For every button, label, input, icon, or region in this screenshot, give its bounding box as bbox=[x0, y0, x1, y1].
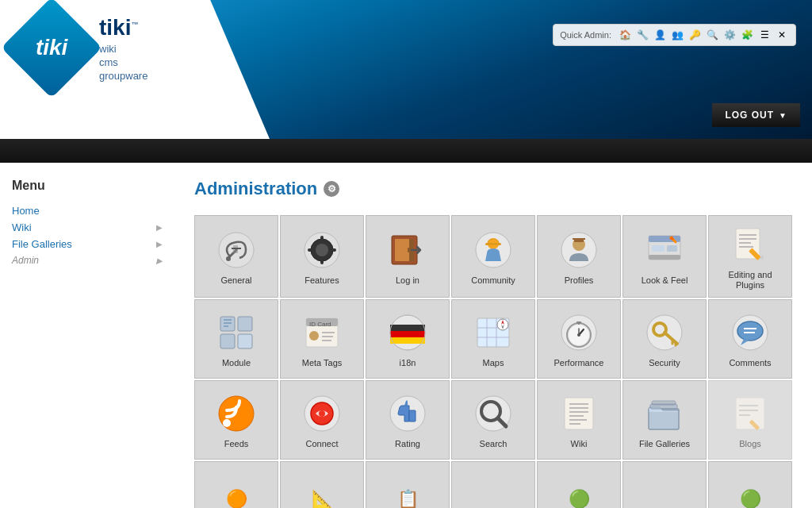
content-area: Administration ⚙ General bbox=[174, 163, 812, 508]
header: tiki tiki™ wiki cms groupware Quick Admi… bbox=[0, 0, 812, 139]
tile-features[interactable]: Features bbox=[280, 215, 364, 298]
tile-search[interactable]: Search bbox=[451, 380, 535, 460]
tile-login-icon bbox=[387, 229, 428, 271]
quick-icon-key[interactable]: 🔑 bbox=[688, 28, 702, 42]
svg-rect-24 bbox=[652, 245, 665, 252]
tagline: wiki cms groupware bbox=[99, 43, 147, 83]
tile-partial-1[interactable]: 🟠 bbox=[194, 461, 278, 508]
svg-rect-6 bbox=[320, 236, 324, 241]
svg-point-69 bbox=[577, 333, 580, 337]
tagline1: wiki bbox=[99, 43, 147, 56]
svg-rect-90 bbox=[565, 398, 593, 429]
brand-label: tiki bbox=[99, 15, 131, 40]
svg-rect-8 bbox=[308, 248, 312, 252]
tile-performance-icon bbox=[558, 312, 599, 353]
tile-connect-label: Connect bbox=[306, 439, 339, 449]
tile-partial-4[interactable] bbox=[451, 461, 535, 508]
tile-feeds-label: Feeds bbox=[224, 439, 249, 449]
svg-rect-7 bbox=[320, 260, 324, 264]
svg-point-76 bbox=[737, 321, 763, 341]
tile-meta-tags[interactable]: ID Card Meta Tags bbox=[280, 299, 364, 379]
tile-search-label: Search bbox=[480, 439, 508, 449]
tile-comments[interactable]: Comments bbox=[708, 299, 792, 379]
svg-rect-66 bbox=[576, 321, 581, 324]
tile-editing-plugins-label: Editing and Plugins bbox=[713, 270, 787, 291]
tile-general-label: General bbox=[220, 275, 251, 286]
svg-rect-25 bbox=[667, 245, 677, 252]
tile-profiles[interactable]: Profiles bbox=[537, 215, 621, 298]
tile-partial-3[interactable]: 📋 bbox=[366, 461, 450, 508]
tile-module-label: Module bbox=[222, 358, 251, 368]
logout-button[interactable]: LOG OUT ▼ bbox=[712, 103, 800, 127]
tile-profiles-label: Profiles bbox=[565, 275, 594, 286]
quick-icon-user[interactable]: 👤 bbox=[653, 28, 667, 42]
quick-icon-close[interactable]: ✕ bbox=[775, 28, 789, 42]
tile-meta-tags-label: Meta Tags bbox=[302, 358, 343, 368]
svg-rect-23 bbox=[649, 255, 680, 260]
tile-blogs[interactable]: Blogs bbox=[708, 380, 792, 460]
tile-feeds[interactable]: Feeds bbox=[194, 380, 278, 460]
quick-icon-gear[interactable]: ⚙️ bbox=[722, 28, 737, 42]
tile-community[interactable]: Community bbox=[451, 215, 535, 298]
tile-maps[interactable]: Maps bbox=[451, 299, 535, 379]
svg-point-81 bbox=[223, 419, 231, 427]
tile-partial-6[interactable] bbox=[622, 461, 707, 508]
quick-icon-search[interactable]: 🔍 bbox=[705, 28, 719, 42]
sidebar-item-admin-row[interactable]: Admin ▶ bbox=[12, 252, 163, 268]
sidebar-title: Menu bbox=[12, 179, 163, 193]
tile-performance[interactable]: Performance bbox=[537, 299, 621, 379]
tile-wiki-icon bbox=[558, 393, 599, 434]
tile-module[interactable]: Module bbox=[194, 299, 278, 379]
tile-connect-icon bbox=[301, 393, 343, 434]
sidebar-item-home[interactable]: Home bbox=[12, 202, 163, 219]
tile-general[interactable]: General bbox=[194, 215, 278, 298]
sidebar-admin-label: Admin bbox=[12, 255, 39, 266]
quick-icon-home[interactable]: 🏠 bbox=[618, 28, 632, 42]
tile-connect[interactable]: Connect bbox=[280, 380, 364, 460]
tile-file-galleries[interactable]: File Galleries bbox=[622, 380, 707, 460]
tile-security-icon bbox=[644, 312, 685, 353]
quick-icon-tools[interactable]: 🔧 bbox=[635, 28, 649, 42]
quick-icon-menu[interactable]: ☰ bbox=[757, 28, 772, 42]
sidebar-item-filegalleries[interactable]: File Galleries bbox=[12, 236, 72, 252]
quick-icon-users[interactable]: 👥 bbox=[670, 28, 684, 42]
tile-editing-plugins-icon bbox=[730, 224, 771, 265]
sidebar-filegalleries-arrow: ▶ bbox=[156, 240, 163, 248]
tile-login-label: Log in bbox=[396, 275, 419, 286]
svg-rect-50 bbox=[390, 325, 425, 331]
svg-rect-16 bbox=[485, 243, 501, 245]
tile-profiles-icon bbox=[558, 229, 599, 271]
tile-i18n-icon bbox=[387, 312, 428, 353]
tile-partial-5[interactable]: 🟢 bbox=[537, 461, 621, 508]
brand-tm: ™ bbox=[131, 21, 138, 29]
tile-blogs-icon bbox=[730, 393, 771, 434]
tile-blogs-label: Blogs bbox=[739, 439, 761, 449]
admin-grid: General Features bbox=[194, 215, 792, 508]
tile-meta-tags-icon: ID Card bbox=[301, 312, 343, 353]
tile-security[interactable]: Security bbox=[622, 299, 707, 379]
tile-rating-icon bbox=[387, 393, 428, 434]
tile-i18n[interactable]: i18n bbox=[366, 299, 450, 379]
tile-search-icon bbox=[473, 393, 514, 434]
sidebar-item-wiki[interactable]: Wiki bbox=[12, 219, 32, 236]
tile-partial-7[interactable]: 🟢 bbox=[708, 461, 792, 508]
tile-security-label: Security bbox=[649, 358, 680, 368]
svg-rect-13 bbox=[408, 248, 411, 252]
page-title-gear-icon[interactable]: ⚙ bbox=[324, 181, 339, 197]
svg-rect-100 bbox=[736, 398, 764, 429]
logo-text-block: tiki™ wiki cms groupware bbox=[99, 12, 147, 83]
svg-rect-52 bbox=[390, 337, 425, 344]
tile-rating[interactable]: Rating bbox=[366, 380, 450, 460]
tile-look-feel[interactable]: Look & Feel bbox=[622, 215, 707, 298]
tile-editing-plugins[interactable]: Editing and Plugins bbox=[708, 215, 792, 298]
tile-partial-2[interactable]: 📐 bbox=[280, 461, 364, 508]
logout-label: LOG OUT bbox=[725, 110, 774, 121]
tile-wiki[interactable]: Wiki bbox=[537, 380, 621, 460]
svg-point-84 bbox=[319, 410, 325, 417]
tile-login[interactable]: Log in bbox=[366, 215, 450, 298]
svg-point-2 bbox=[226, 256, 231, 261]
tile-maps-label: Maps bbox=[483, 358, 504, 368]
tile-community-icon bbox=[473, 229, 514, 271]
tile-i18n-label: i18n bbox=[400, 358, 416, 368]
quick-icon-puzzle[interactable]: 🧩 bbox=[740, 28, 754, 42]
